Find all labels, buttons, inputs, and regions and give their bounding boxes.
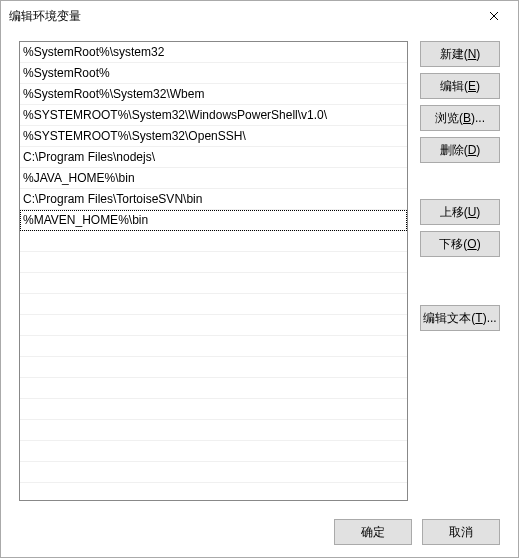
window-title: 编辑环境变量 (9, 8, 478, 25)
list-item-empty (20, 315, 407, 336)
close-icon (489, 11, 499, 21)
move-up-button[interactable]: 上移(U) (420, 199, 500, 225)
new-button[interactable]: 新建(N) (420, 41, 500, 67)
list-item-empty (20, 399, 407, 420)
list-item-empty (20, 420, 407, 441)
content-area: %SystemRoot%\system32%SystemRoot%%System… (19, 41, 500, 501)
list-item-empty (20, 273, 407, 294)
list-item-empty (20, 336, 407, 357)
list-item-empty (20, 378, 407, 399)
list-item[interactable]: %MAVEN_HOME%\bin (20, 210, 407, 231)
list-item-empty (20, 252, 407, 273)
list-item[interactable]: C:\Program Files\TortoiseSVN\bin (20, 189, 407, 210)
list-item-empty (20, 357, 407, 378)
footer-buttons: 确定 取消 (334, 519, 500, 545)
list-item[interactable]: %SystemRoot%\system32 (20, 42, 407, 63)
list-item[interactable]: C:\Program Files\nodejs\ (20, 147, 407, 168)
path-listbox[interactable]: %SystemRoot%\system32%SystemRoot%%System… (19, 41, 408, 501)
list-item[interactable]: %SYSTEMROOT%\System32\WindowsPowerShell\… (20, 105, 407, 126)
browse-button[interactable]: 浏览(B)... (420, 105, 500, 131)
close-button[interactable] (478, 1, 510, 31)
list-item-empty (20, 441, 407, 462)
titlebar: 编辑环境变量 (1, 1, 518, 31)
list-item[interactable]: %SYSTEMROOT%\System32\OpenSSH\ (20, 126, 407, 147)
cancel-button[interactable]: 取消 (422, 519, 500, 545)
ok-button[interactable]: 确定 (334, 519, 412, 545)
list-item-empty (20, 231, 407, 252)
list-item[interactable]: %JAVA_HOME%\bin (20, 168, 407, 189)
edit-button[interactable]: 编辑(E) (420, 73, 500, 99)
move-down-button[interactable]: 下移(O) (420, 231, 500, 257)
list-item[interactable]: %SystemRoot% (20, 63, 407, 84)
edit-text-button[interactable]: 编辑文本(T)... (420, 305, 500, 331)
list-item-empty (20, 462, 407, 483)
delete-button[interactable]: 删除(D) (420, 137, 500, 163)
list-item-empty (20, 294, 407, 315)
list-item[interactable]: %SystemRoot%\System32\Wbem (20, 84, 407, 105)
side-buttons: 新建(N) 编辑(E) 浏览(B)... 删除(D) 上移(U) 下移(O) 编… (420, 41, 500, 501)
